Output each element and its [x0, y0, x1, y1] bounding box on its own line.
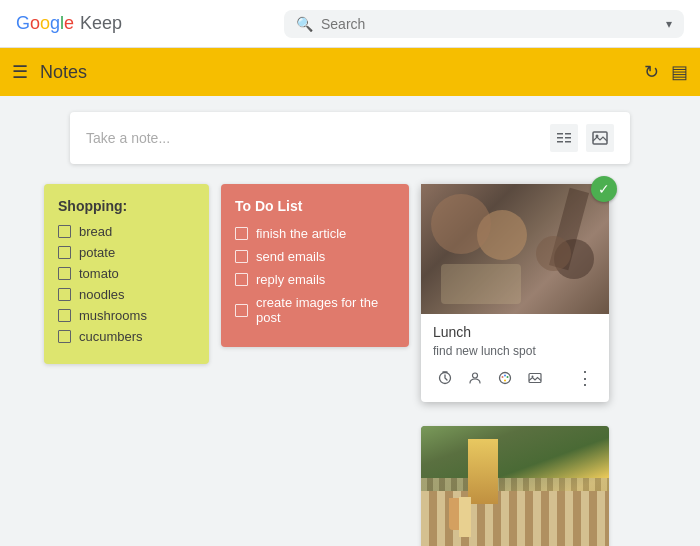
- svg-point-9: [473, 373, 478, 378]
- image-action-icon[interactable]: [523, 366, 547, 390]
- list-item: finish the article: [235, 226, 395, 241]
- list-item: reply emails: [235, 272, 395, 287]
- food-image-decoration: [421, 184, 609, 314]
- note-input-icons: [550, 124, 614, 152]
- item-label: tomato: [79, 266, 119, 281]
- search-icon: 🔍: [296, 16, 313, 32]
- lunch-note-image: [421, 184, 609, 314]
- item-label: cucumbers: [79, 329, 143, 344]
- list-item: cucumbers: [58, 329, 195, 344]
- checkbox[interactable]: [235, 250, 248, 263]
- main-content: Take a note...: [0, 96, 700, 546]
- svg-rect-1: [557, 137, 563, 139]
- list-item: send emails: [235, 249, 395, 264]
- item-label: reply emails: [256, 272, 325, 287]
- list-item: noodles: [58, 287, 195, 302]
- svg-rect-4: [565, 137, 571, 139]
- lunch-action-icons: ⋮: [433, 366, 597, 398]
- search-bar: 🔍 ▾: [284, 10, 684, 38]
- svg-rect-0: [557, 133, 563, 135]
- svg-point-10: [500, 373, 511, 384]
- svg-rect-15: [529, 374, 541, 383]
- svg-rect-6: [593, 132, 607, 144]
- shopping-card-title: Shopping:: [58, 198, 195, 214]
- shopping-note-card: Shopping: bread potate tomato noodles: [44, 184, 209, 364]
- checkbox[interactable]: [235, 273, 248, 286]
- remind-icon[interactable]: [433, 366, 457, 390]
- vacation-image-decoration: [421, 426, 609, 546]
- item-label: create images for the post: [256, 295, 395, 325]
- todo-note-card: To Do List finish the article send email…: [221, 184, 409, 347]
- checkbox[interactable]: [58, 225, 71, 238]
- item-label: bread: [79, 224, 112, 239]
- svg-point-13: [507, 376, 509, 378]
- lunch-note-card: ✓ Lunch find new lunch spot: [421, 184, 609, 402]
- toolbar-title: Notes: [40, 62, 87, 83]
- checkbox[interactable]: [58, 309, 71, 322]
- app-logo: Google Keep: [16, 13, 122, 34]
- search-dropdown-arrow[interactable]: ▾: [666, 17, 672, 31]
- item-label: potate: [79, 245, 115, 260]
- plate-decoration: [431, 194, 491, 254]
- todo-card-title: To Do List: [235, 198, 395, 214]
- lunch-card-title: Lunch: [433, 324, 597, 340]
- item-label: noodles: [79, 287, 125, 302]
- right-column: ✓ Lunch find new lunch spot: [421, 184, 609, 546]
- svg-point-14: [504, 380, 506, 382]
- svg-rect-5: [565, 141, 571, 143]
- lunch-card-body: Lunch find new lunch spot: [421, 314, 609, 402]
- vacation-note-image: [421, 426, 609, 546]
- checkbox[interactable]: [58, 246, 71, 259]
- logo-keep-text: Keep: [80, 13, 122, 34]
- svg-point-11: [502, 376, 504, 378]
- leg-decoration: [449, 498, 464, 531]
- note-input-bar: Take a note...: [70, 112, 630, 164]
- todo-items-list: finish the article send emails reply ema…: [235, 226, 395, 325]
- add-image-icon[interactable]: [586, 124, 614, 152]
- check-badge[interactable]: ✓: [591, 176, 617, 202]
- paper-decoration: [441, 264, 521, 304]
- collaborator-icon[interactable]: [463, 366, 487, 390]
- notes-grid: Shopping: bread potate tomato noodles: [24, 184, 676, 546]
- checkbox[interactable]: [58, 267, 71, 280]
- checkbox[interactable]: [235, 304, 248, 317]
- svg-rect-2: [557, 141, 563, 143]
- person-decoration: [468, 439, 498, 504]
- list-item: potate: [58, 245, 195, 260]
- refresh-icon[interactable]: ↻: [644, 61, 659, 83]
- vacation-note-card: Vacation plan my next vacation: [421, 426, 609, 546]
- top-nav: Google Keep 🔍 ▾: [0, 0, 700, 48]
- list-item: create images for the post: [235, 295, 395, 325]
- new-list-icon[interactable]: [550, 124, 578, 152]
- toolbar-right: ↻ ▤: [644, 61, 688, 83]
- list-item: mushrooms: [58, 308, 195, 323]
- checkmark-icon: ✓: [598, 181, 610, 197]
- checkbox[interactable]: [58, 330, 71, 343]
- item-label: mushrooms: [79, 308, 147, 323]
- svg-point-12: [504, 375, 506, 377]
- shopping-items-list: bread potate tomato noodles mushrooms: [58, 224, 195, 344]
- checkbox[interactable]: [235, 227, 248, 240]
- lunch-card-description: find new lunch spot: [433, 344, 597, 358]
- list-item: bread: [58, 224, 195, 239]
- search-input[interactable]: [321, 16, 658, 32]
- toolbar: ☰ Notes ↻ ▤: [0, 48, 700, 96]
- more-options-icon[interactable]: ⋮: [573, 366, 597, 390]
- item-label: finish the article: [256, 226, 346, 241]
- note-input-placeholder[interactable]: Take a note...: [86, 130, 550, 146]
- grid-icon[interactable]: ▤: [671, 61, 688, 83]
- hamburger-icon[interactable]: ☰: [12, 61, 28, 83]
- color-icon[interactable]: [493, 366, 517, 390]
- checkbox[interactable]: [58, 288, 71, 301]
- list-item: tomato: [58, 266, 195, 281]
- logo-google-text: Google: [16, 13, 74, 34]
- item-label: send emails: [256, 249, 325, 264]
- svg-rect-3: [565, 133, 571, 135]
